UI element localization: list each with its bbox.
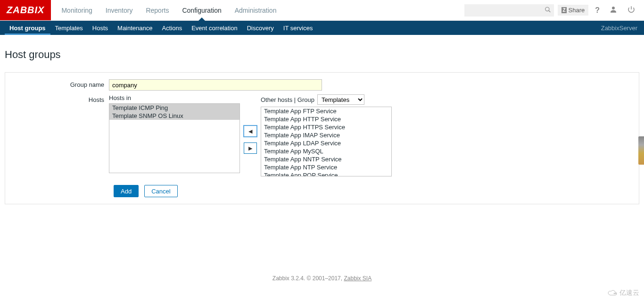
list-item[interactable]: Template SNMP OS Linux (109, 112, 239, 120)
list-item[interactable]: Template App NNTP Service (261, 155, 391, 163)
group-name-input[interactable] (109, 79, 322, 91)
svg-point-0 (545, 7, 549, 11)
group-filter-select[interactable]: Templates (317, 94, 364, 105)
group-filter-row: Other hosts | Group Templates (261, 94, 392, 105)
triangle-right-icon: ▶ (248, 145, 252, 151)
add-button[interactable]: Add (114, 185, 139, 197)
hosts-in-listbox[interactable]: Template ICMP Ping Template SNMP OS Linu… (109, 103, 240, 173)
search-icon[interactable] (545, 6, 551, 14)
help-icon[interactable]: ? (592, 6, 603, 15)
form-panel: Group name Hosts Hosts in Template ICMP … (5, 72, 639, 204)
list-item[interactable]: Template ICMP Ping (109, 104, 239, 112)
row-hosts: Hosts Hosts in Template ICMP Ping Templa… (10, 94, 634, 176)
subnav-event-correlation[interactable]: Event correlation (187, 21, 242, 35)
other-hosts-column: Other hosts | Group Templates Template A… (261, 94, 392, 176)
nav-administration[interactable]: Administration (228, 0, 283, 20)
label-hosts-in: Hosts in (109, 94, 240, 101)
list-item[interactable]: Template App LDAP Service (261, 139, 391, 147)
nav-inventory[interactable]: Inventory (99, 0, 140, 20)
power-icon[interactable] (624, 5, 638, 15)
list-item[interactable]: Template App NTP Service (261, 163, 391, 171)
cancel-button[interactable]: Cancel (144, 185, 177, 197)
sub-nav: Host groups Templates Hosts Maintenance … (0, 21, 644, 35)
list-item[interactable]: Template App FTP Service (261, 107, 391, 115)
svg-line-1 (549, 10, 551, 12)
user-icon[interactable] (606, 5, 620, 15)
topbar-right: Z Share ? (464, 0, 644, 20)
main-nav: Monitoring Inventory Reports Configurati… (55, 0, 283, 20)
nav-monitoring[interactable]: Monitoring (55, 0, 99, 20)
subnav-discovery[interactable]: Discovery (242, 21, 279, 35)
label-hosts: Hosts (10, 94, 109, 103)
subnav-actions[interactable]: Actions (157, 21, 187, 35)
list-item[interactable]: Template App POP Service (261, 171, 391, 176)
list-item[interactable]: Template App MySQL (261, 147, 391, 155)
hosts-in-column: Hosts in Template ICMP Ping Template SNM… (109, 94, 240, 173)
subnav-templates[interactable]: Templates (50, 21, 88, 35)
shuttle-buttons: ◀ ▶ (240, 105, 261, 175)
search-box (464, 4, 554, 17)
nav-reports[interactable]: Reports (139, 0, 175, 20)
side-meter-widget[interactable] (638, 136, 644, 165)
footer: Zabbix 3.2.4. © 2001–2017, Zabbix SIA (0, 214, 644, 287)
subnav-host-groups[interactable]: Host groups (5, 21, 50, 35)
label-group-name: Group name (10, 79, 109, 88)
footer-text: Zabbix 3.2.4. © 2001–2017, (272, 275, 344, 282)
move-left-button[interactable]: ◀ (244, 125, 257, 137)
share-z-icon: Z (561, 7, 566, 13)
move-right-button[interactable]: ▶ (244, 142, 257, 154)
footer-link[interactable]: Zabbix SIA (344, 275, 372, 282)
top-bar: ZABBIX Monitoring Inventory Reports Conf… (0, 0, 644, 21)
share-button[interactable]: Z Share (558, 5, 588, 16)
label-other-hosts-group: Other hosts | Group (261, 96, 314, 103)
nav-configuration[interactable]: Configuration (175, 0, 228, 20)
svg-point-2 (612, 7, 615, 9)
triangle-left-icon: ◀ (248, 128, 252, 134)
subnav-it-services[interactable]: IT services (279, 21, 318, 35)
search-input[interactable] (464, 4, 554, 17)
logo[interactable]: ZABBIX (0, 0, 51, 20)
share-label: Share (569, 7, 585, 14)
page-title: Host groups (0, 42, 644, 66)
form-buttons: Add Cancel (114, 185, 634, 197)
list-item[interactable]: Template App HTTP Service (261, 115, 391, 123)
list-item[interactable]: Template App IMAP Service (261, 131, 391, 139)
subnav-maintenance[interactable]: Maintenance (113, 21, 157, 35)
subnav-hosts[interactable]: Hosts (88, 21, 113, 35)
list-item[interactable]: Template App HTTPS Service (261, 123, 391, 131)
server-name: ZabbixServer (601, 25, 639, 32)
row-group-name: Group name (10, 79, 634, 91)
other-hosts-listbox[interactable]: Template App FTP Service Template App HT… (261, 107, 392, 176)
